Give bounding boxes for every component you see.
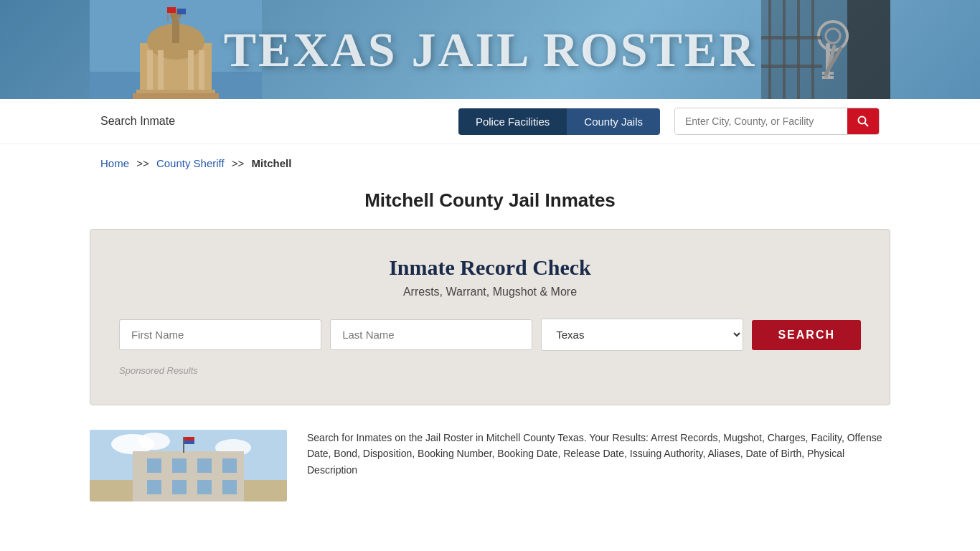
svg-point-35: [138, 433, 170, 450]
record-check-section: Inmate Record Check Arrests, Warrant, Mu…: [90, 229, 890, 405]
state-select[interactable]: AlabamaAlaskaArizonaArkansasCaliforniaCo…: [541, 319, 743, 351]
last-name-input[interactable]: [330, 319, 532, 350]
breadcrumb-county-sheriff-link[interactable]: County Sheriff: [156, 157, 225, 169]
svg-rect-49: [184, 437, 194, 441]
svg-rect-50: [184, 441, 194, 444]
svg-rect-46: [222, 480, 237, 494]
facility-search-button[interactable]: [847, 108, 879, 134]
first-name-input[interactable]: [119, 319, 321, 350]
sponsored-results-label: Sponsored Results: [119, 365, 861, 376]
svg-rect-27: [797, 0, 800, 99]
county-building-image: [90, 430, 287, 501]
county-jails-button[interactable]: County Jails: [567, 108, 660, 135]
page-title: Mitchell County Jail Inmates: [0, 176, 980, 219]
svg-point-31: [859, 117, 866, 124]
search-icon: [857, 116, 869, 127]
svg-rect-26: [783, 0, 786, 99]
svg-rect-44: [172, 480, 187, 494]
search-inmate-label: Search Inmate: [100, 115, 444, 128]
record-search-button[interactable]: SEARCH: [752, 320, 861, 350]
breadcrumb-current: Mitchell: [252, 157, 292, 169]
svg-line-32: [865, 123, 869, 127]
facility-search-input[interactable]: [675, 108, 847, 134]
svg-rect-41: [197, 458, 212, 473]
svg-rect-39: [147, 458, 161, 473]
svg-rect-15: [177, 9, 186, 14]
breadcrumb-home-link[interactable]: Home: [100, 157, 129, 169]
svg-rect-45: [197, 480, 212, 494]
nav-bar: Search Inmate Police Facilities County J…: [0, 99, 980, 144]
breadcrumb-sep-2: >>: [232, 157, 245, 169]
breadcrumb: Home >> County Sheriff >> Mitchell: [0, 144, 980, 176]
record-check-title: Inmate Record Check: [119, 255, 861, 280]
svg-rect-17: [847, 0, 890, 99]
keys-illustration: [761, 0, 890, 99]
site-title: Texas Jail Roster: [224, 22, 757, 78]
svg-rect-40: [172, 458, 187, 473]
svg-rect-29: [761, 36, 822, 39]
svg-rect-28: [811, 0, 814, 99]
svg-rect-43: [147, 480, 161, 494]
svg-rect-30: [761, 65, 822, 68]
svg-rect-11: [133, 93, 219, 99]
svg-rect-25: [768, 0, 771, 99]
record-check-form: AlabamaAlaskaArizonaArkansasCaliforniaCo…: [119, 319, 861, 351]
bottom-description: Search for Inmates on the Jail Roster in…: [307, 430, 890, 478]
header-banner: Texas Jail Roster: [0, 0, 980, 99]
facility-type-buttons: Police Facilities County Jails: [458, 108, 660, 135]
svg-rect-42: [222, 458, 237, 473]
record-check-subtitle: Arrests, Warrant, Mugshot & More: [119, 286, 861, 298]
police-facilities-button[interactable]: Police Facilities: [458, 108, 567, 135]
breadcrumb-sep-1: >>: [136, 157, 149, 169]
svg-rect-47: [183, 437, 184, 453]
building-illustration: [90, 430, 287, 501]
bottom-section: Search for Inmates on the Jail Roster in…: [0, 415, 980, 516]
svg-rect-13: [167, 7, 176, 13]
facility-search-box: [674, 108, 880, 135]
